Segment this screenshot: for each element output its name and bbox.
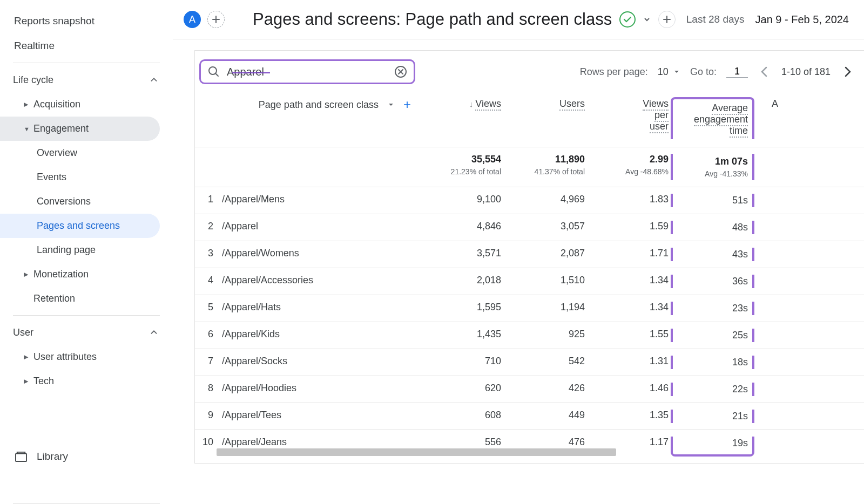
sidebar: Reports snapshot Realtime Life cycle ▶ A… — [0, 0, 173, 504]
table-row[interactable]: 1/Apparel/Mens9,1004,9691.8351s — [195, 187, 864, 214]
cell-engagement: 51s — [671, 194, 754, 207]
row-dimension[interactable]: /Apparel/Hats — [222, 302, 422, 315]
nav-group-user[interactable]: User — [0, 320, 173, 345]
nav-engagement[interactable]: ▼ Engagement — [0, 117, 160, 141]
row-dimension[interactable]: /Apparel/Hoodies — [222, 383, 422, 396]
table-row[interactable]: 10/Apparel/Jeans5564761.1719s — [195, 430, 864, 464]
col-views-per-user[interactable]: Viewsperuser — [589, 97, 673, 132]
cell-users: 4,969 — [505, 194, 589, 207]
horizontal-scrollbar[interactable] — [217, 448, 616, 456]
search-underline — [232, 72, 270, 73]
col-users[interactable]: Users — [505, 97, 589, 110]
rows-per-page-select[interactable]: 10 — [658, 66, 680, 78]
nav-pages-and-screens[interactable]: Pages and screens — [0, 214, 160, 238]
add-comparison-button[interactable] — [207, 11, 225, 28]
triangle-down-icon: ▼ — [24, 126, 33, 132]
cell-users: 542 — [505, 356, 589, 369]
nav-overview[interactable]: Overview — [0, 141, 160, 165]
chevron-up-icon — [148, 74, 160, 86]
row-index: 3 — [195, 248, 222, 261]
col-label: Viewsperuser — [643, 98, 669, 133]
dropdown-caret-icon[interactable] — [643, 16, 651, 23]
prev-page-button[interactable] — [758, 63, 772, 80]
row-dimension[interactable]: /Apparel/Womens — [222, 248, 422, 261]
cell-views: 3,571 — [422, 248, 505, 261]
cell-vpu: 1.83 — [589, 194, 673, 207]
cell-engagement: 18s — [671, 356, 754, 369]
dropdown-caret-icon[interactable] — [387, 101, 395, 108]
search-box[interactable] — [199, 59, 415, 84]
status-check-icon[interactable] — [619, 11, 636, 28]
cell-engagement: 43s — [671, 248, 754, 261]
row-dimension[interactable]: /Apparel/Mens — [222, 194, 422, 207]
cell-engagement: 25s — [671, 329, 754, 342]
row-index: 2 — [195, 221, 222, 234]
clear-search-button[interactable] — [394, 65, 407, 78]
row-index: 1 — [195, 194, 222, 207]
totals-row: 35,55421.23% of total 11,89041.37% of to… — [195, 147, 864, 187]
goto-input[interactable] — [726, 66, 748, 78]
page-header: A Pages and screens: Page path and scree… — [173, 0, 864, 39]
nav-retention[interactable]: Retention — [0, 287, 160, 311]
col-label: Views — [475, 98, 501, 111]
table-row[interactable]: 3/Apparel/Womens3,5712,0871.7143s — [195, 241, 864, 268]
date-prefix: Last 28 days — [686, 13, 745, 25]
nav-realtime[interactable]: Realtime — [0, 33, 160, 58]
date-range[interactable]: Jan 9 - Feb 5, 2024 — [755, 13, 849, 26]
nav-tech[interactable]: ▶ Tech — [0, 369, 160, 393]
nav-monetization[interactable]: ▶ Monetization — [0, 262, 160, 287]
row-dimension[interactable]: /Apparel/Socks — [222, 356, 422, 369]
col-views[interactable]: ↓Views — [422, 97, 505, 110]
next-page-button[interactable] — [840, 63, 854, 80]
row-index: 7 — [195, 356, 222, 369]
cell-views: 9,100 — [422, 194, 505, 207]
cell-vpu: 1.59 — [589, 221, 673, 234]
row-dimension[interactable]: /Apparel/Accessories — [222, 275, 422, 288]
cell-vpu: 1.55 — [589, 329, 673, 342]
dimension-header[interactable]: Page path and screen class + — [195, 97, 422, 112]
cell-views: 608 — [422, 410, 505, 423]
nav-user-attributes[interactable]: ▶ User attributes — [0, 345, 160, 369]
library-button[interactable]: Library — [0, 442, 173, 471]
search-input[interactable] — [227, 66, 394, 78]
row-dimension[interactable]: /Apparel — [222, 221, 422, 234]
cell-views: 2,018 — [422, 275, 505, 288]
cell-engagement: 36s — [671, 275, 754, 288]
table-row[interactable]: 6/Apparel/Kids1,4359251.5525s — [195, 322, 864, 349]
table-row[interactable]: 9/Apparel/Tees6084491.3521s — [195, 403, 864, 430]
nav-events[interactable]: Events — [0, 165, 160, 189]
divider — [13, 315, 160, 316]
table-row[interactable]: 2/Apparel4,8463,0571.5948s — [195, 214, 864, 241]
nav-label: Retention — [33, 293, 75, 304]
dimension-label: Page path and screen class — [259, 99, 379, 111]
table-row[interactable]: 4/Apparel/Accessories2,0181,5101.3436s — [195, 268, 864, 295]
row-index: 4 — [195, 275, 222, 288]
cell-views: 1,595 — [422, 302, 505, 315]
nav-group-lifecycle[interactable]: Life cycle — [0, 67, 173, 92]
plus-icon — [212, 15, 220, 24]
nav-acquisition[interactable]: ▶ Acquisition — [0, 92, 160, 117]
table-row[interactable]: 7/Apparel/Socks7105421.3118s — [195, 349, 864, 376]
add-dimension-button[interactable]: + — [403, 97, 411, 112]
pagination: Rows per page: 10 Go to: 1-10 of 181 — [580, 63, 854, 80]
nav-label: Engagement — [33, 123, 89, 134]
col-avg-engagement-time[interactable]: Averageengagementtime — [671, 97, 754, 139]
row-dimension[interactable]: /Apparel/Tees — [222, 410, 422, 423]
search-icon — [207, 65, 220, 78]
cell-views: 710 — [422, 356, 505, 369]
row-index: 6 — [195, 329, 222, 342]
page-range: 1-10 of 181 — [781, 66, 831, 78]
nav-conversions[interactable]: Conversions — [0, 189, 160, 214]
nav-label: Tech — [33, 376, 54, 387]
total-engagement: 1m 07sAvg -41.33% — [671, 154, 754, 180]
table-row[interactable]: 5/Apparel/Hats1,5951,1941.3423s — [195, 295, 864, 322]
customize-report-button[interactable] — [658, 11, 676, 28]
nav-landing-page[interactable]: Landing page — [0, 238, 160, 262]
cell-views: 4,846 — [422, 221, 505, 234]
row-dimension[interactable]: /Apparel/Kids — [222, 329, 422, 342]
table-row[interactable]: 8/Apparel/Hoodies6204261.4622s — [195, 376, 864, 403]
avatar[interactable]: A — [184, 11, 201, 28]
nav-reports-snapshot[interactable]: Reports snapshot — [0, 9, 160, 33]
cell-users: 2,087 — [505, 248, 589, 261]
total-vpu: 2.99Avg -48.68% — [589, 154, 673, 180]
